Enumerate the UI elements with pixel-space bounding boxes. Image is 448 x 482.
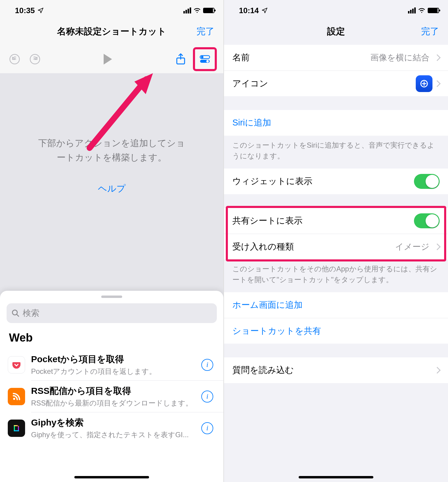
action-title: RSS配信から項目を取得 — [31, 385, 195, 397]
nav-bar: 名称未設定ショートカット 完了 — [0, 18, 223, 45]
search-input[interactable]: 検索 — [7, 303, 217, 323]
svg-rect-14 — [14, 425, 18, 426]
nav-title: 名称未設定ショートカット — [57, 25, 166, 38]
label: ホーム画面に追加 — [232, 299, 440, 311]
settings-button-highlight — [193, 47, 217, 71]
row-name[interactable]: 名前 画像を横に結合 — [224, 45, 448, 71]
settings-list: 名前 画像を横に結合 アイコン Siriに追加 このショートカッ — [224, 45, 448, 383]
play-button[interactable] — [100, 51, 116, 67]
status-bar: 10:35 — [0, 0, 223, 18]
label: Siriに追加 — [232, 117, 440, 129]
chevron-right-icon — [434, 80, 441, 87]
label: 受け入れの種類 — [232, 241, 395, 253]
editor-toolbar — [0, 45, 223, 73]
cellular-icon — [408, 7, 416, 13]
row-icon[interactable]: アイコン — [224, 71, 448, 96]
label: 共有シートに表示 — [232, 215, 414, 227]
search-placeholder: 検索 — [23, 307, 39, 319]
label: 質問を読み込む — [232, 364, 432, 376]
battery-icon — [428, 8, 439, 13]
row-accept-types[interactable]: 受け入れの種類 イメージ — [224, 234, 448, 259]
row-siri[interactable]: Siriに追加 — [224, 110, 448, 136]
row-add-to-home[interactable]: ホーム画面に追加 — [224, 292, 448, 318]
battery-icon — [203, 8, 214, 13]
share-sheet-group: 共有シートに表示 受け入れの種類 イメージ — [224, 208, 448, 259]
share-footer: このショートカットをその他のAppから使用するには、共有シートを開いて"ショート… — [224, 259, 448, 292]
chevron-right-icon — [434, 367, 441, 374]
info-button[interactable]: i — [201, 359, 213, 371]
label: 名前 — [232, 52, 370, 64]
status-time: 10:35 — [15, 6, 44, 15]
action-row-giphy[interactable]: Giphyを検索 Giphyを使って、指定されたテキストを表すGI... i — [0, 412, 223, 444]
actions-sheet[interactable]: 検索 Web Pocketから項目を取得 Pocketアカウントの項目を返します… — [0, 291, 223, 482]
shortcut-glyph-icon — [416, 75, 432, 92]
siri-footer: このショートカットをSiriに追加すると、音声で実行できるようになります。 — [224, 136, 448, 169]
row-share-shortcut[interactable]: ショートカットを共有 — [224, 318, 448, 344]
shortcut-settings-screen: 10:14 設定 完了 名前 画像を横に結合 アイコン — [224, 0, 448, 482]
sheet-grabber[interactable] — [101, 296, 122, 298]
status-right-icons — [183, 7, 214, 14]
empty-state-text: 下部からアクションを追加してショ ートカットを構築します。 — [0, 73, 223, 165]
search-icon — [11, 309, 20, 317]
share-sheet-toggle[interactable] — [414, 213, 440, 228]
time-text: 10:14 — [239, 6, 259, 15]
section-header-web: Web — [0, 331, 223, 349]
row-import-questions[interactable]: 質問を読み込む — [224, 357, 448, 383]
label: ウィジェットに表示 — [232, 175, 414, 187]
label: アイコン — [232, 78, 416, 90]
nav-bar: 設定 完了 — [224, 18, 448, 45]
value: イメージ — [395, 241, 429, 253]
svg-rect-16 — [17, 425, 18, 426]
chevron-right-icon — [434, 243, 441, 250]
svg-point-4 — [201, 56, 203, 58]
widget-toggle[interactable] — [414, 174, 440, 189]
label: ショートカットを共有 — [232, 325, 440, 337]
settings-button[interactable] — [195, 50, 214, 69]
action-title: Pocketから項目を取得 — [31, 353, 195, 365]
svg-point-6 — [206, 60, 209, 62]
home-indicator[interactable] — [74, 476, 149, 478]
empty-line2: ートカットを構築します。 — [0, 150, 223, 165]
svg-rect-17 — [18, 426, 19, 427]
action-sub: Pocketアカウントの項目を返します。 — [31, 367, 195, 376]
help-link[interactable]: ヘルプ — [0, 183, 223, 195]
share-button[interactable] — [173, 51, 189, 67]
row-widget[interactable]: ウィジェットに表示 — [224, 169, 448, 194]
location-icon — [261, 7, 268, 14]
redo-button[interactable] — [27, 51, 43, 67]
action-sub: RSS配信から最新の項目をダウンロードします。 — [31, 398, 195, 408]
done-button[interactable]: 完了 — [197, 25, 214, 38]
status-bar: 10:14 — [224, 0, 448, 18]
action-row-rss[interactable]: RSS配信から項目を取得 RSS配信から最新の項目をダウンロードします。 i — [0, 381, 223, 412]
action-title: Giphyを検索 — [31, 417, 195, 429]
action-sub: Giphyを使って、指定されたテキストを表すGI... — [31, 430, 195, 440]
nav-title: 設定 — [327, 25, 345, 38]
done-button[interactable]: 完了 — [421, 25, 439, 38]
undo-button[interactable] — [7, 51, 23, 67]
svg-line-10 — [17, 314, 19, 316]
empty-line1: 下部からアクションを追加してショ — [0, 136, 223, 150]
time-text: 10:35 — [15, 6, 35, 15]
chevron-right-icon — [434, 54, 441, 61]
info-button[interactable]: i — [201, 422, 213, 434]
location-icon — [37, 7, 44, 14]
wifi-icon — [418, 7, 425, 14]
home-indicator[interactable] — [299, 476, 373, 478]
status-time: 10:14 — [239, 6, 268, 15]
action-row-pocket[interactable]: Pocketから項目を取得 Pocketアカウントの項目を返します。 i — [0, 349, 223, 380]
row-share-sheet[interactable]: 共有シートに表示 — [224, 208, 448, 234]
shortcut-editor-screen: 10:35 名称未設定ショートカット 完了 — [0, 0, 224, 482]
cellular-icon — [183, 7, 191, 13]
editor-canvas: 下部からアクションを追加してショ ートカットを構築します。 ヘルプ 検索 Web… — [0, 73, 223, 482]
svg-point-11 — [13, 398, 15, 400]
value: 画像を横に結合 — [370, 52, 429, 63]
status-right-icons — [408, 7, 439, 14]
giphy-icon — [8, 420, 25, 437]
wifi-icon — [194, 7, 201, 14]
rss-icon — [8, 388, 25, 405]
pocket-icon — [8, 356, 25, 374]
info-button[interactable]: i — [201, 391, 213, 403]
svg-rect-15 — [14, 430, 19, 431]
